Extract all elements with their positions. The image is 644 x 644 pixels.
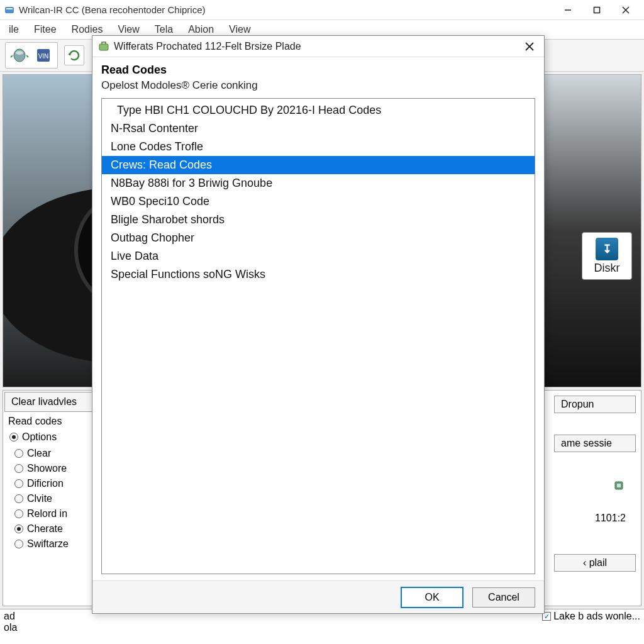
left-panel: Clear livadvles Read codes Options Clear… <box>3 390 103 606</box>
svg-rect-3 <box>594 7 600 13</box>
radio-icon <box>14 509 23 518</box>
app-icon <box>4 4 15 16</box>
status-bar: ad ✓ Lake b ads wonle... ola <box>0 609 644 644</box>
list-item[interactable]: Bligle Sharobet shords <box>102 211 535 229</box>
list-item[interactable]: N-Rsal Contenter <box>102 119 535 138</box>
radio-option[interactable]: Cherate <box>14 521 100 536</box>
diskr-label: Diskr <box>594 262 620 275</box>
chip-icon <box>612 479 626 492</box>
close-button[interactable] <box>611 1 640 19</box>
code-number: 1101:2 <box>595 513 626 524</box>
list-item[interactable]: Type HBI CH1 COLOUCHD By 20216-I Head Co… <box>102 101 535 119</box>
options-label: Options <box>22 431 57 443</box>
options-radio-list: ClearShoworeDificrionClviteRelord inCher… <box>3 445 103 553</box>
radio-icon <box>14 464 23 473</box>
list-item[interactable]: N8Bay 888i for 3 Briwig Gnoube <box>102 174 535 192</box>
radio-label: Relord in <box>27 508 67 519</box>
list-item[interactable]: Lone Codes Trofle <box>102 138 535 156</box>
radio-icon <box>14 525 23 533</box>
diskr-icon: ↧ <box>596 238 618 260</box>
read-codes-dialog: Wifferats Prochated 112-Felt Brsize Plad… <box>92 35 545 614</box>
menu-item[interactable]: Abion <box>182 23 220 36</box>
radio-icon <box>14 479 23 488</box>
maximize-button[interactable] <box>582 1 611 19</box>
device-icon[interactable] <box>9 45 30 65</box>
svg-rect-0 <box>5 7 14 13</box>
dialog-body: Read Codes Opelost Modoles® Cerie conkin… <box>92 57 544 580</box>
radio-label: Dificrion <box>27 478 64 489</box>
radio-icon <box>14 494 23 503</box>
dialog-close-button[interactable] <box>520 37 539 56</box>
codes-list[interactable]: Type HBI CH1 COLOUCHD By 20216-I Head Co… <box>101 98 535 574</box>
svg-rect-1 <box>6 8 13 9</box>
radio-icon <box>14 449 23 458</box>
status-text-2: ola <box>4 622 17 633</box>
diskr-badge[interactable]: ↧ Diskr <box>582 232 632 280</box>
session-button[interactable]: ame sessie <box>554 435 636 452</box>
menu-item[interactable]: View <box>223 23 257 36</box>
radio-option[interactable]: Clvite <box>14 491 100 506</box>
radio-label: Cherate <box>27 523 63 535</box>
dialog-icon <box>97 40 110 53</box>
dropun-button[interactable]: Dropun <box>554 396 636 413</box>
list-item[interactable]: Crews: Read Codes <box>102 156 535 174</box>
svg-rect-20 <box>617 484 621 487</box>
status-check-label: Lake b ads wonle... <box>553 611 640 622</box>
dialog-title: Wifferats Prochated 112-Felt Brsize Plad… <box>114 41 520 52</box>
menu-item[interactable]: View <box>111 23 145 36</box>
list-item[interactable]: Special Functions soNG Wisks <box>102 265 535 284</box>
radio-label: Clear <box>27 448 51 459</box>
radio-label: Showore <box>27 463 67 474</box>
toolbar-group: VIN <box>5 42 58 69</box>
list-item[interactable]: Live Data <box>102 247 535 265</box>
title-bar: Wrilcan-IR CC (Bena recohentoder Chipric… <box>0 0 644 20</box>
status-checkbox[interactable]: ✓ Lake b ads wonle... <box>542 611 640 622</box>
window-title: Wrilcan-IR CC (Bena recohentoder Chipric… <box>19 4 553 15</box>
plail-button[interactable]: ‹ plail <box>554 554 636 572</box>
list-item[interactable]: WB0 Speci10 Code <box>102 192 535 211</box>
dialog-title-bar: Wifferats Prochated 112-Felt Brsize Plad… <box>92 36 544 57</box>
menu-item[interactable]: Rodies <box>65 23 109 36</box>
options-header[interactable]: Options <box>3 430 103 445</box>
cancel-button[interactable]: Cancel <box>472 587 535 608</box>
svg-point-7 <box>16 51 23 55</box>
list-item[interactable]: Outbag Chopher <box>102 229 535 247</box>
svg-rect-21 <box>99 44 108 50</box>
svg-text:VIN: VIN <box>38 53 49 60</box>
radio-label: Swiftarze <box>27 538 69 550</box>
read-codes-label: Read codes <box>3 413 103 430</box>
radio-option[interactable]: Relord in <box>14 506 100 521</box>
radio-label: Clvite <box>27 493 52 504</box>
clear-livadvles-button[interactable]: Clear livadvles <box>4 392 101 412</box>
ok-button[interactable]: OK <box>401 587 464 608</box>
radio-option[interactable]: Swiftarze <box>14 536 100 552</box>
status-text-1: ad <box>4 611 15 622</box>
dialog-subtitle: Opelost Modoles® Cerie conking <box>101 79 535 92</box>
module-icon[interactable]: VIN <box>33 45 53 65</box>
minimize-button[interactable] <box>553 1 582 19</box>
menu-item[interactable]: Fitee <box>28 23 63 36</box>
refresh-icon[interactable] <box>64 45 84 65</box>
radio-option[interactable]: Clear <box>14 446 100 461</box>
radio-icon <box>14 540 23 548</box>
window-controls <box>553 1 640 19</box>
dialog-buttons: OK Cancel <box>92 580 544 613</box>
menu-item[interactable]: ile <box>3 23 25 36</box>
radio-option[interactable]: Showore <box>14 461 100 476</box>
dialog-heading: Read Codes <box>101 64 535 77</box>
menu-item[interactable]: Tela <box>148 23 179 36</box>
radio-option[interactable]: Dificrion <box>14 476 100 491</box>
radio-icon <box>9 433 18 441</box>
